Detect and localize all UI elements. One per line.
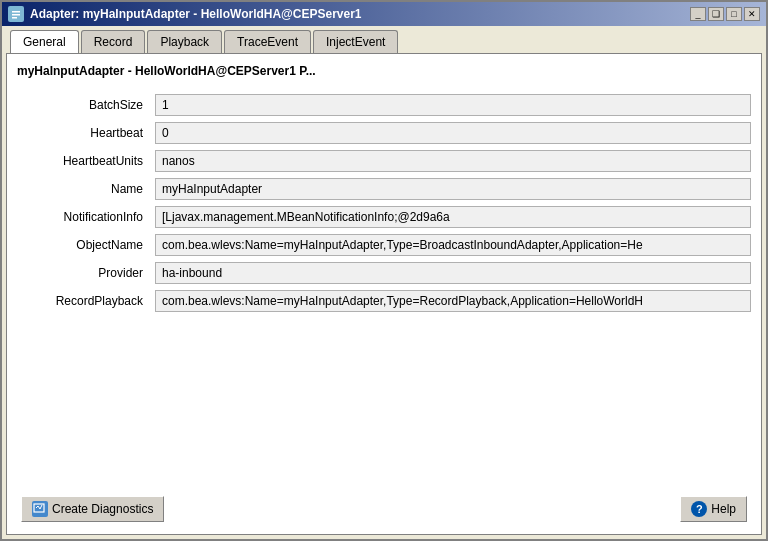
label-heartbeat: Heartbeat [17,126,147,140]
tab-bar: General Record Playback TraceEvent Injec… [6,30,762,53]
close-button[interactable]: ✕ [744,7,760,21]
tab-traceevent[interactable]: TraceEvent [224,30,311,53]
svg-line-7 [40,505,42,509]
value-provider: ha-inbound [155,262,751,284]
value-name: myHaInputAdapter [155,178,751,200]
label-batchsize: BatchSize [17,98,147,112]
title-bar: Adapter: myHaInputAdapter - HelloWorldHA… [2,2,766,26]
tab-record[interactable]: Record [81,30,146,53]
label-name: Name [17,182,147,196]
svg-rect-1 [12,11,20,13]
value-notificationinfo: [Ljavax.management.MBeanNotificationInfo… [155,206,751,228]
label-recordplayback: RecordPlayback [17,294,147,308]
main-window: Adapter: myHaInputAdapter - HelloWorldHA… [0,0,768,541]
create-diagnostics-label: Create Diagnostics [52,502,153,516]
tab-content-general: myHaInputAdapter - HelloWorldHA@CEPServe… [6,53,762,535]
tab-playback[interactable]: Playback [147,30,222,53]
button-bar: Create Diagnostics ? Help [17,488,751,524]
value-objectname: com.bea.wlevs:Name=myHaInputAdapter,Type… [155,234,751,256]
help-icon: ? [691,501,707,517]
label-notificationinfo: NotificationInfo [17,210,147,224]
diagnostics-icon [32,501,48,517]
label-heartbeatunits: HeartbeatUnits [17,154,147,168]
window-title: Adapter: myHaInputAdapter - HelloWorldHA… [30,7,362,21]
tab-general[interactable]: General [10,30,79,53]
window-content: General Record Playback TraceEvent Injec… [2,26,766,539]
restore-button[interactable]: ❑ [708,7,724,21]
value-recordplayback: com.bea.wlevs:Name=myHaInputAdapter,Type… [155,290,751,312]
label-provider: Provider [17,266,147,280]
help-label: Help [711,502,736,516]
form-grid: BatchSize 1 Heartbeat 0 HeartbeatUnits n… [17,94,751,312]
value-heartbeat: 0 [155,122,751,144]
create-diagnostics-button[interactable]: Create Diagnostics [21,496,164,522]
page-title: myHaInputAdapter - HelloWorldHA@CEPServe… [17,64,751,78]
value-batchsize: 1 [155,94,751,116]
help-button[interactable]: ? Help [680,496,747,522]
title-bar-controls: _ ❑ □ ✕ [690,7,760,21]
label-objectname: ObjectName [17,238,147,252]
minimize-button[interactable]: _ [690,7,706,21]
value-heartbeatunits: nanos [155,150,751,172]
title-bar-left: Adapter: myHaInputAdapter - HelloWorldHA… [8,6,362,22]
maximize-button[interactable]: □ [726,7,742,21]
window-icon [8,6,24,22]
svg-rect-2 [12,14,20,16]
svg-rect-3 [12,17,17,19]
tab-injectevent[interactable]: InjectEvent [313,30,398,53]
